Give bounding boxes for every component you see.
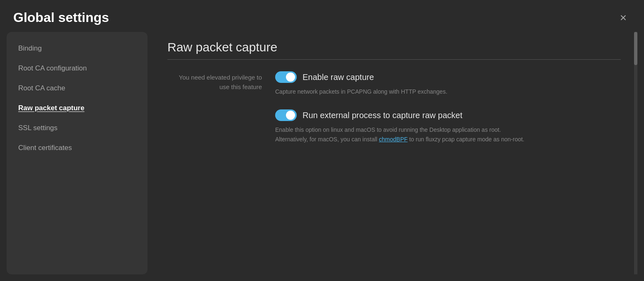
setting-right-run-external-process: Run external process to capture raw pack… — [275, 109, 621, 144]
global-settings-dialog: Global settings × Binding Root CA config… — [0, 0, 644, 281]
enable-raw-capture-toggle[interactable] — [275, 71, 297, 83]
setting-right-enable-raw-capture: Enable raw capture Capture network packe… — [275, 71, 621, 96]
run-external-process-description: Enable this option on linux and macOS to… — [275, 125, 565, 144]
section-content: You need elevated privilege to use this … — [167, 71, 621, 144]
elevated-privilege-note: You need elevated privilege to use this … — [167, 71, 275, 92]
close-button[interactable]: × — [616, 10, 631, 25]
sidebar-item-root-ca-configuration[interactable]: Root CA configuration — [7, 58, 148, 78]
toggle-slider-run-external-process — [275, 109, 297, 121]
description-part-1: Enable this option on linux and macOS to… — [275, 126, 501, 133]
chmodbpf-link[interactable]: chmodBPF — [379, 136, 407, 143]
description-suffix: to run fluxzy pcap capture mode as non-r… — [408, 136, 525, 143]
setting-row-run-external-process: Run external process to capture raw pack… — [167, 109, 621, 144]
setting-header-enable-raw-capture: Enable raw capture — [275, 71, 621, 83]
dialog-header: Global settings × — [0, 0, 644, 32]
sidebar: Binding Root CA configuration Root CA ca… — [7, 32, 148, 274]
enable-raw-capture-label: Enable raw capture — [303, 73, 374, 82]
toggle-slider-enable-raw-capture — [275, 71, 297, 83]
setting-description-left-empty — [167, 109, 275, 111]
scrollbar-track[interactable] — [634, 32, 637, 274]
content-area: Raw packet capture You need elevated pri… — [148, 32, 637, 274]
dialog-body: Binding Root CA configuration Root CA ca… — [0, 32, 644, 281]
sidebar-item-binding[interactable]: Binding — [7, 39, 148, 58]
enable-raw-capture-description: Capture network packets in PCAPNG along … — [275, 87, 565, 96]
setting-row-enable-raw-capture: You need elevated privilege to use this … — [167, 71, 621, 96]
setting-header-run-external-process: Run external process to capture raw pack… — [275, 109, 621, 121]
run-external-process-toggle[interactable] — [275, 109, 297, 121]
scrollbar-thumb[interactable] — [634, 32, 637, 65]
sidebar-item-root-ca-cache[interactable]: Root CA cache — [7, 78, 148, 98]
sidebar-item-client-certificates[interactable]: Client certificates — [7, 138, 148, 158]
run-external-process-label: Run external process to capture raw pack… — [303, 111, 462, 120]
sidebar-item-ssl-settings[interactable]: SSL settings — [7, 118, 148, 138]
sidebar-item-raw-packet-capture[interactable]: Raw packet capture — [7, 98, 148, 118]
dialog-title: Global settings — [13, 10, 109, 25]
section-title: Raw packet capture — [167, 40, 621, 60]
description-part-2: Alternatively, for macOS, you can instal… — [275, 136, 379, 143]
